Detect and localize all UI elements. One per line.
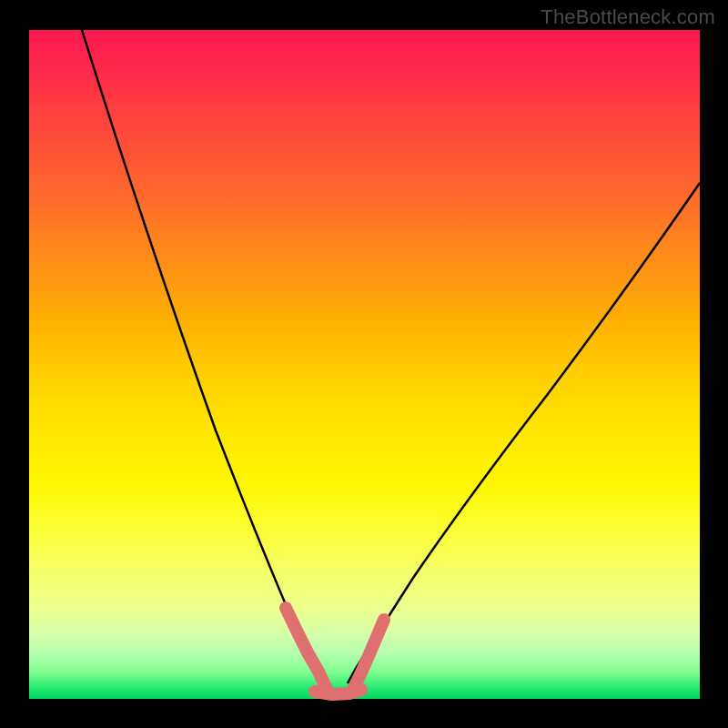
chart-frame: TheBottleneck.com bbox=[0, 0, 728, 728]
plot-area bbox=[29, 30, 700, 699]
curve-left bbox=[82, 30, 329, 683]
marker-left bbox=[286, 608, 327, 689]
marker-right bbox=[353, 620, 384, 690]
watermark-text: TheBottleneck.com bbox=[541, 5, 715, 29]
curve-right bbox=[348, 183, 700, 683]
curve-layer bbox=[29, 30, 700, 699]
